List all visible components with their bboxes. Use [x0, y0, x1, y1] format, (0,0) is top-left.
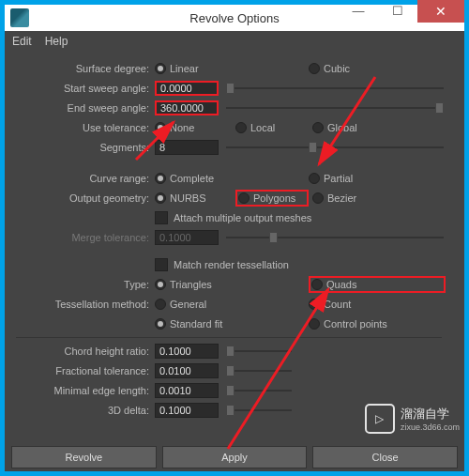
slider-frac-tol[interactable] [226, 365, 444, 376]
slider-chord-height[interactable] [226, 345, 444, 357]
titlebar: Revolve Options — ☐ ✕ [5, 5, 464, 31]
input-chord-height[interactable] [155, 344, 219, 359]
maximize-button[interactable]: ☐ [378, 0, 417, 21]
input-frac-tol[interactable] [155, 363, 219, 378]
slider-min-edge[interactable] [226, 385, 444, 396]
checkbox-attach-meshes[interactable] [155, 211, 168, 224]
menubar: Edit Help [5, 31, 464, 52]
watermark: ▷ 溜溜自学 zixue.3d66.com [365, 404, 460, 434]
slider-end-sweep[interactable] [226, 102, 444, 114]
label-start-sweep: Start sweep angle: [5, 83, 155, 94]
label-use-tolerance: Use tolerance: [5, 122, 155, 133]
label-end-sweep: End sweep angle: [5, 102, 155, 114]
slider-merge-tolerance [226, 232, 444, 243]
label-surface-degree: Surface degree: [5, 63, 155, 74]
radio-global[interactable]: Global [312, 122, 446, 133]
input-merge-tolerance [155, 230, 219, 245]
play-icon: ▷ [365, 404, 395, 434]
radio-partial[interactable]: Partial [309, 173, 446, 184]
radio-general[interactable]: General [155, 299, 232, 310]
radio-polygons[interactable]: Polygons [235, 190, 309, 207]
window-title: Revolve Options [189, 11, 279, 25]
label-3d-delta: 3D delta: [5, 405, 155, 416]
input-end-sweep[interactable] [155, 100, 219, 115]
label-attach-meshes: Attach multiple output meshes [174, 212, 311, 223]
radio-quads[interactable]: Quads [309, 276, 446, 293]
label-output-geometry: Output geometry: [5, 192, 155, 204]
label-tess-method: Tessellation method: [5, 299, 155, 310]
menu-help[interactable]: Help [45, 35, 68, 48]
radio-cubic[interactable]: Cubic [309, 63, 446, 74]
input-segments[interactable] [155, 140, 219, 155]
apply-button[interactable]: Apply [162, 446, 308, 468]
close-button-bottom[interactable]: Close [312, 446, 458, 468]
slider-segments[interactable] [226, 142, 444, 153]
label-frac-tol: Fractional tolerance: [5, 365, 155, 376]
radio-triangles[interactable]: Triangles [155, 279, 232, 290]
input-3d-delta[interactable] [155, 403, 219, 418]
radio-complete[interactable]: Complete [155, 173, 232, 184]
label-type: Type: [5, 279, 155, 290]
input-min-edge[interactable] [155, 383, 219, 398]
radio-standard-fit[interactable]: Standard fit [155, 318, 232, 330]
radio-none[interactable]: None [155, 122, 232, 133]
radio-local[interactable]: Local [235, 122, 309, 133]
radio-linear[interactable]: Linear [155, 63, 232, 74]
minimize-button[interactable]: — [339, 0, 378, 21]
label-curve-range: Curve range: [5, 173, 155, 184]
radio-count[interactable]: Count [309, 299, 446, 310]
app-icon [10, 8, 29, 27]
radio-bezier[interactable]: Bezier [312, 192, 446, 204]
checkbox-match-tess[interactable] [155, 258, 168, 271]
radio-nurbs[interactable]: NURBS [155, 192, 232, 204]
label-chord-height: Chord height ratio: [5, 345, 155, 357]
label-segments: Segments: [5, 142, 155, 153]
revolve-button[interactable]: Revolve [11, 446, 157, 468]
radio-control-points[interactable]: Control points [309, 318, 446, 330]
label-merge-tolerance: Merge tolerance: [5, 232, 155, 243]
input-start-sweep[interactable] [155, 81, 219, 96]
label-match-tess: Match render tessellation [174, 259, 289, 270]
label-min-edge: Minimal edge length: [5, 385, 155, 396]
close-button[interactable]: ✕ [417, 0, 464, 23]
slider-start-sweep[interactable] [226, 83, 444, 94]
menu-edit[interactable]: Edit [12, 35, 32, 48]
